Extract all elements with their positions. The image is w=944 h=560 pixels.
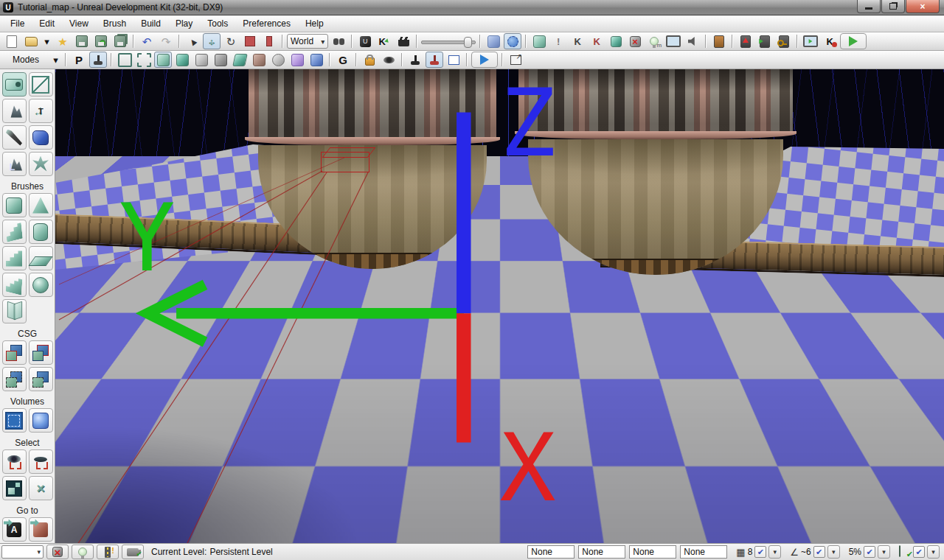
restore-button[interactable]	[881, 0, 905, 13]
rotation-grid-dropdown[interactable]: ▾	[827, 545, 840, 559]
level-dropdown[interactable]: ▾	[1, 545, 44, 559]
favorites-button[interactable]: ★	[54, 33, 72, 49]
menu-brush[interactable]: Brush	[96, 16, 133, 31]
geometry-mode-button[interactable]	[29, 72, 53, 97]
brush-curved-stairs-button[interactable]	[2, 220, 27, 244]
property-field-1[interactable]: None	[527, 545, 575, 559]
play-on-device-button[interactable]	[756, 33, 774, 49]
deselect-all-button[interactable]: ×	[29, 476, 53, 500]
scale-nonuniform-tool-button[interactable]	[260, 33, 278, 49]
drag-grid-dropdown[interactable]: ▾	[768, 545, 781, 559]
open-dropdown[interactable]: ▾	[41, 33, 52, 49]
play-level-button[interactable]	[471, 52, 498, 68]
viewmode-lightmap-density-button[interactable]	[269, 52, 287, 68]
title-bar[interactable]: U Tutorial_map - Unreal Development Kit …	[0, 0, 944, 15]
csg-add-button[interactable]	[2, 340, 27, 365]
show-flags-actor-button[interactable]	[406, 52, 424, 68]
udk-browser-button[interactable]: U	[356, 33, 374, 49]
hide-builder-brush-button[interactable]: ×	[46, 545, 69, 559]
scale-tool-button[interactable]	[241, 33, 259, 49]
viewmode-lighting-only-button[interactable]	[212, 52, 229, 68]
lod-slider[interactable]	[421, 36, 476, 46]
save-all-button[interactable]	[92, 33, 110, 49]
undo-button[interactable]: ↶	[138, 33, 156, 49]
preview-monitor-button[interactable]	[664, 33, 682, 49]
hide-selected-button[interactable]	[29, 449, 53, 474]
lock-viewport-button[interactable]	[361, 52, 378, 68]
camera-mode-button[interactable]	[2, 72, 27, 97]
builder-brush-wireframe[interactable]	[321, 152, 369, 172]
minimize-button[interactable]	[857, 0, 881, 13]
save-all-levels-button[interactable]	[111, 33, 129, 49]
autosave-checkbox[interactable]: ✔	[913, 546, 925, 558]
property-field-2[interactable]: None	[578, 545, 625, 559]
volume-cube-button[interactable]	[29, 408, 53, 433]
viewmode-shader-complexity-button[interactable]	[250, 52, 268, 68]
csg-subtract-button[interactable]	[29, 340, 53, 365]
drag-grid-checkbox[interactable]: ✔	[754, 546, 766, 558]
close-button[interactable]: ×	[906, 0, 940, 13]
selection-mode-button[interactable]	[504, 33, 521, 49]
play-in-editor-button[interactable]	[840, 33, 867, 49]
menu-view[interactable]: View	[62, 16, 96, 31]
search-button[interactable]	[330, 33, 347, 49]
show-flags-selected-button[interactable]	[426, 52, 443, 68]
brush-sphere-button[interactable]	[29, 273, 53, 297]
viewmode-wireframe-button[interactable]	[116, 52, 133, 68]
menu-play[interactable]: Play	[168, 16, 200, 31]
new-file-button[interactable]	[3, 33, 21, 49]
save-button[interactable]	[73, 33, 91, 49]
brush-linear-stairs-button[interactable]	[2, 246, 27, 270]
sound-toggle-button[interactable]	[684, 33, 701, 49]
static-mesh-mode-button[interactable]	[29, 125, 53, 150]
resize-viewport-button[interactable]	[445, 52, 462, 68]
viewmode-detail-lit-button[interactable]	[173, 52, 191, 68]
joystick-mode-button[interactable]	[89, 52, 107, 68]
perspective-viewport[interactable]: Y Z X	[55, 69, 944, 543]
viewmode-lit-button[interactable]	[154, 52, 172, 68]
translate-tool-button[interactable]: ↔ ↕	[203, 33, 221, 49]
camera-speed-button[interactable]: ✔	[122, 545, 144, 559]
goto-actor-button[interactable]: A	[2, 517, 27, 542]
property-field-3[interactable]: None	[629, 545, 676, 559]
csg-intersect-button[interactable]	[2, 367, 27, 391]
device-settings-button[interactable]	[775, 33, 793, 49]
viewmode-texture-density-button[interactable]	[231, 52, 249, 68]
menu-edit[interactable]: Edit	[32, 16, 62, 31]
menu-preferences[interactable]: Preferences	[235, 16, 298, 31]
modes-dropdown[interactable]: ▾	[50, 52, 61, 68]
property-field-4[interactable]: None	[680, 545, 727, 559]
kismet-link-button[interactable]: K	[569, 33, 586, 49]
actor-warning-button[interactable]: !	[549, 33, 567, 49]
open-file-button[interactable]	[22, 33, 40, 49]
scale-snap-checkbox[interactable]: ✔	[864, 546, 875, 558]
play-in-viewport-button[interactable]	[802, 33, 819, 49]
viewmode-lighting-sm-button[interactable]	[288, 52, 306, 68]
add-volume-button[interactable]	[2, 408, 27, 433]
redo-button[interactable]: ↷	[157, 33, 175, 49]
kismet-unlink-button[interactable]: K	[588, 33, 605, 49]
find-actor-button[interactable]	[607, 33, 625, 49]
brush-cylinder-button[interactable]	[29, 220, 53, 244]
brush-sheet-button[interactable]	[29, 246, 53, 270]
viewmode-unlit-button[interactable]	[192, 52, 210, 68]
actor-cube-button[interactable]	[530, 33, 548, 49]
coordinate-system-select[interactable]: World ▾	[287, 34, 328, 49]
menu-help[interactable]: Help	[298, 16, 331, 31]
invert-selection-button[interactable]	[2, 476, 27, 500]
mobile-preview-button[interactable]	[710, 33, 728, 49]
rotation-grid-checkbox[interactable]: ✔	[813, 546, 825, 558]
menu-tools[interactable]: Tools	[200, 16, 235, 31]
game-view-button[interactable]: G	[334, 52, 352, 68]
autosave-dropdown[interactable]: ▾	[927, 545, 940, 559]
light-quality-button[interactable]: m	[645, 33, 663, 49]
deploy-device-button[interactable]	[737, 33, 754, 49]
stop-simulation-button[interactable]: K	[821, 33, 839, 49]
detach-viewport-button[interactable]: ↗	[507, 52, 524, 68]
realtime-preview-button[interactable]	[380, 52, 398, 68]
rebuild-paths-button[interactable]: !	[97, 545, 119, 559]
show-selected-button[interactable]	[2, 449, 27, 474]
publish-button[interactable]: P	[70, 52, 88, 68]
viewmode-brushwire-button[interactable]	[135, 52, 153, 68]
content-browser-button[interactable]	[485, 33, 502, 49]
